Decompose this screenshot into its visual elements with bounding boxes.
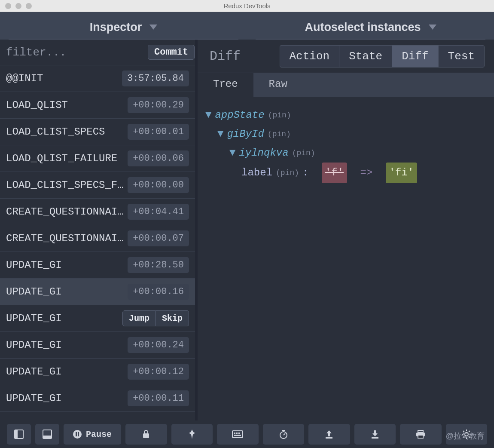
chevron-down-icon bbox=[149, 25, 157, 30]
format-tabs: Tree Raw bbox=[198, 73, 494, 97]
action-row[interactable]: UPDATE_GIJumpSkip bbox=[0, 305, 195, 332]
tree-node[interactable]: ▼ appState (pin) bbox=[205, 106, 486, 125]
action-row[interactable]: CREATE_QUESTIONNAIRE+00:04.41 bbox=[0, 199, 195, 225]
svg-marker-1 bbox=[429, 25, 436, 30]
action-time: 3:57:05.84 bbox=[122, 71, 189, 86]
pin-button[interactable] bbox=[171, 424, 213, 445]
action-time: +00:28.50 bbox=[128, 257, 189, 273]
keyboard-icon bbox=[232, 430, 243, 438]
action-name: CREATE_QUESTIONNAIRE bbox=[6, 206, 124, 218]
tree-node[interactable]: ▼ iylnqkva (pin) bbox=[205, 144, 486, 163]
export-button[interactable] bbox=[354, 424, 396, 445]
caret-down-icon: ▼ bbox=[205, 106, 211, 125]
instances-label: Autoselect instances bbox=[305, 21, 421, 34]
action-row[interactable]: UPDATE_GI+00:00.12 bbox=[0, 359, 195, 385]
action-row[interactable]: UPDATE_GI+00:00.24 bbox=[0, 332, 195, 359]
subtab-tree[interactable]: Tree bbox=[198, 73, 253, 97]
tree-key: giById bbox=[227, 125, 264, 144]
action-name: UPDATE_GI bbox=[6, 366, 124, 377]
tree-key: appState bbox=[215, 106, 264, 125]
action-row[interactable]: LOAD_QLIST_FAILURE+00:00.06 bbox=[0, 145, 195, 172]
action-row[interactable]: UPDATE_GI+00:28.50 bbox=[0, 252, 195, 279]
svg-rect-12 bbox=[234, 433, 235, 434]
skip-button[interactable]: Skip bbox=[156, 310, 189, 326]
svg-rect-8 bbox=[78, 432, 79, 436]
pin-hint: (pin) bbox=[292, 144, 315, 163]
detail-header: Diff Action State Diff Test bbox=[198, 40, 494, 73]
action-name: UPDATE_GI bbox=[6, 393, 124, 404]
svg-rect-11 bbox=[234, 435, 241, 436]
layout-left-icon bbox=[14, 430, 24, 439]
tab-state[interactable]: State bbox=[339, 46, 392, 67]
action-name: LOAD_CLIST_SPECS_FA… bbox=[6, 179, 124, 191]
svg-rect-5 bbox=[43, 436, 52, 439]
download-icon bbox=[371, 430, 379, 439]
svg-rect-21 bbox=[418, 430, 423, 433]
action-time: +00:00.01 bbox=[128, 124, 189, 140]
window-title: Redux DevTools bbox=[0, 2, 494, 9]
action-name: LOAD_QLIST_FAILURE bbox=[6, 153, 124, 164]
svg-rect-3 bbox=[15, 430, 18, 439]
tree-node[interactable]: ▼ giById (pin) bbox=[205, 125, 486, 144]
slider-button[interactable] bbox=[263, 424, 305, 445]
layout-left-button[interactable] bbox=[7, 424, 31, 445]
action-name: @@INIT bbox=[6, 73, 119, 84]
action-row[interactable]: LOAD_CLIST_SPECS_FA…+00:00.00 bbox=[0, 172, 195, 199]
action-row[interactable]: @@INIT3:57:05.84 bbox=[0, 65, 195, 92]
tree-leaf[interactable]: label (pin): 'f' => 'fi' bbox=[205, 163, 486, 183]
svg-marker-0 bbox=[149, 25, 157, 30]
pause-label: Pause bbox=[86, 430, 112, 439]
action-list[interactable]: @@INIT3:57:05.84LOAD_QLIST+00:00.29LOAD_… bbox=[0, 65, 195, 420]
tab-test[interactable]: Test bbox=[439, 46, 484, 67]
diff-old-value: 'f' bbox=[322, 163, 347, 183]
action-row[interactable]: CREATE_QUESTIONNAIR…+00:00.07 bbox=[0, 225, 195, 252]
view-tabs: Action State Diff Test bbox=[280, 45, 485, 68]
print-button[interactable] bbox=[400, 424, 442, 445]
detail-panel: Diff Action State Diff Test Tree Raw ▼ a… bbox=[198, 40, 494, 420]
action-time: +00:00.29 bbox=[128, 97, 189, 113]
action-time: +00:00.12 bbox=[128, 364, 189, 380]
filter-input[interactable] bbox=[6, 46, 143, 59]
tree-leaf-key: label bbox=[241, 163, 272, 182]
action-name: LOAD_QLIST bbox=[6, 99, 124, 111]
jump-button[interactable]: Jump bbox=[122, 310, 156, 326]
watermark: @拉勾教育 bbox=[446, 431, 485, 441]
instances-dropdown[interactable]: Autoselect instances bbox=[256, 15, 485, 40]
tab-action[interactable]: Action bbox=[280, 46, 340, 67]
action-row[interactable]: UPDATE_GI+00:00.16 bbox=[0, 279, 195, 305]
svg-rect-18 bbox=[326, 437, 332, 439]
action-row[interactable]: UPDATE_GI+00:00.11 bbox=[0, 385, 195, 412]
pin-hint: (pin) bbox=[268, 106, 291, 125]
subtab-raw[interactable]: Raw bbox=[253, 73, 303, 97]
import-button[interactable] bbox=[308, 424, 350, 445]
caret-down-icon: ▼ bbox=[217, 125, 223, 144]
svg-rect-16 bbox=[282, 430, 285, 431]
action-time: +00:00.24 bbox=[128, 337, 189, 353]
commit-button[interactable]: Commit bbox=[148, 45, 195, 60]
caret-down-icon: ▼ bbox=[229, 144, 235, 163]
action-name: UPDATE_GI bbox=[6, 339, 124, 351]
stopwatch-icon bbox=[279, 430, 288, 439]
action-panel: Commit @@INIT3:57:05.84LOAD_QLIST+00:00.… bbox=[0, 40, 198, 420]
layout-bottom-button[interactable] bbox=[35, 424, 59, 445]
main-area: Commit @@INIT3:57:05.84LOAD_QLIST+00:00.… bbox=[0, 40, 494, 420]
action-name: LOAD_CLIST_SPECS bbox=[6, 126, 124, 138]
action-name: UPDATE_GI bbox=[6, 286, 124, 298]
dispatch-button[interactable] bbox=[217, 424, 259, 445]
inspector-dropdown[interactable]: Inspector bbox=[9, 15, 238, 40]
lock-button[interactable] bbox=[125, 424, 167, 445]
action-time: +00:00.11 bbox=[128, 390, 189, 406]
action-time: +00:00.07 bbox=[128, 230, 189, 246]
svg-rect-19 bbox=[372, 437, 378, 439]
tab-diff[interactable]: Diff bbox=[392, 46, 438, 67]
pause-button[interactable]: Pause bbox=[64, 424, 121, 445]
action-row-buttons: JumpSkip bbox=[122, 310, 189, 326]
bottom-toolbar: Pause bbox=[0, 420, 494, 448]
action-row[interactable]: LOAD_QLIST+00:00.29 bbox=[0, 92, 195, 119]
lock-icon bbox=[142, 430, 150, 439]
chevron-down-icon bbox=[429, 25, 436, 30]
action-row[interactable]: LOAD_CLIST_SPECS+00:00.01 bbox=[0, 119, 195, 145]
inspector-label: Inspector bbox=[90, 21, 142, 34]
tree-key: iylnqkva bbox=[239, 144, 288, 163]
diff-tree: ▼ appState (pin) ▼ giById (pin) ▼ iylnqk… bbox=[198, 97, 494, 192]
